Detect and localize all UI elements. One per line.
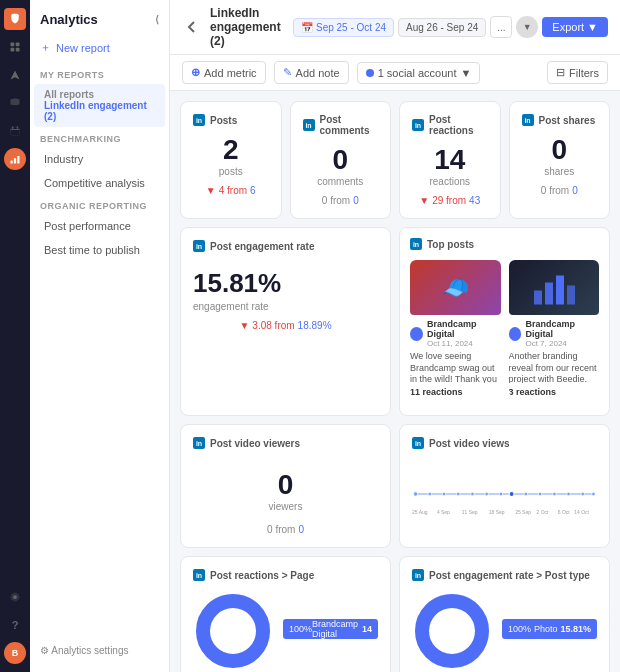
svg-text:18 Sep: 18 Sep — [489, 509, 505, 515]
engagement-rate-from-link[interactable]: 18.89% — [298, 320, 332, 331]
nav-user-avatar[interactable]: B — [4, 642, 26, 664]
video-viewers-value: 0 — [193, 471, 378, 499]
donut-1-content: 100% Brandcamp Digital 14 — [193, 591, 378, 671]
post-1-thumbnail: 🧢 — [410, 260, 501, 315]
posts-value: 2 — [193, 136, 269, 164]
svg-rect-3 — [16, 48, 20, 52]
top-post-2[interactable]: Brandcamp Digital Oct 7, 2024 Another br… — [509, 260, 600, 397]
note-icon: ✎ — [283, 66, 292, 79]
sidebar-item-competitive[interactable]: Competitive analysis — [34, 172, 165, 194]
top-bar: LinkedIn engagement (2) 📅 Sep 25 - Oct 2… — [170, 0, 620, 55]
video-viewers-from-link[interactable]: 0 — [298, 524, 304, 535]
svg-text:25 Aug: 25 Aug — [412, 509, 428, 515]
post-1-author-name: Brandcamp Digital — [427, 319, 501, 339]
top-post-1[interactable]: 🧢 Brandcamp Digital Oct 11, 2024 We love… — [410, 260, 501, 397]
post-shares-delta: 0 from 0 — [522, 185, 598, 196]
sidebar-new-report-btn[interactable]: ＋ New report — [30, 35, 169, 60]
sidebar-collapse-btn[interactable]: ⟨ — [155, 14, 159, 25]
post-reactions-from-link[interactable]: 43 — [469, 195, 480, 206]
donut-charts-grid: in Post reactions > Page 100% Brandcamp … — [180, 556, 610, 672]
posts-metric-card: in Posts 2 posts ▼ 4 from 6 — [180, 101, 282, 219]
post-shares-from-link[interactable]: 0 — [572, 185, 578, 196]
post-1-text: We love seeing Brandcamp swag out in the… — [410, 351, 501, 383]
video-views-card: in Post video views 25 Aug 4 Sep 11 Sep … — [399, 424, 610, 548]
nav-analytics-icon[interactable] — [4, 148, 26, 170]
svg-point-30 — [485, 492, 489, 496]
date-range-compare[interactable]: Aug 26 - Sep 24 — [398, 18, 486, 37]
engagement-rate-unit: engagement rate — [193, 301, 378, 312]
svg-point-28 — [456, 492, 460, 496]
video-viewers-title: Post video viewers — [210, 438, 300, 449]
nav-settings-icon[interactable] — [4, 586, 26, 608]
social-account-button[interactable]: 1 social account ▼ — [357, 62, 481, 84]
sidebar-item-best-time[interactable]: Best time to publish — [34, 239, 165, 261]
sidebar-item-post-performance[interactable]: Post performance — [34, 215, 165, 237]
post-comments-unit: comments — [303, 176, 379, 187]
svg-rect-0 — [11, 43, 15, 47]
nav-help-icon[interactable]: ? — [4, 614, 26, 636]
svg-point-36 — [567, 492, 571, 496]
nav-publish-icon[interactable] — [4, 64, 26, 86]
nav-calendar-icon[interactable] — [4, 120, 26, 142]
post-reactions-unit: reactions — [412, 176, 488, 187]
post-shares-metric-card: in Post shares 0 shares 0 from 0 — [509, 101, 611, 219]
linkedin-icon-reactions: in — [412, 119, 424, 131]
topbar-more-button[interactable]: ... — [490, 16, 512, 38]
post-comments-from-link[interactable]: 0 — [353, 195, 359, 206]
report-name-label: LinkedIn engagement (2) — [44, 100, 155, 122]
date-range-primary[interactable]: 📅 Sep 25 - Oct 24 — [293, 18, 394, 37]
post-comments-metric-card: in Post comments 0 comments 0 from 0 — [290, 101, 392, 219]
engagement-rate-value: 15.81% — [193, 268, 378, 299]
posts-from-link[interactable]: 6 — [250, 185, 256, 196]
dashboard-content: in Posts 2 posts ▼ 4 from 6 in Post comm… — [170, 91, 620, 672]
engagement-rate-title: Post engagement rate — [210, 241, 314, 252]
post-1-avatar — [410, 327, 423, 341]
nav-dashboard-icon[interactable] — [4, 36, 26, 58]
svg-rect-13 — [545, 282, 553, 304]
sidebar-item-all-reports[interactable]: All reports LinkedIn engagement (2) — [34, 84, 165, 127]
donut-1-legend-bar: 100% Brandcamp Digital 14 — [283, 619, 378, 639]
donut-1-label: Brandcamp Digital — [312, 619, 362, 639]
svg-point-34 — [538, 492, 542, 496]
down-arrow-reactions: ▼ — [419, 195, 429, 206]
report-title: LinkedIn engagement (2) — [210, 6, 285, 48]
post-comments-title: Post comments — [320, 114, 379, 136]
down-arrow-engagement: ▼ — [239, 320, 249, 331]
left-nav: ? B — [0, 0, 30, 672]
svg-text:6 Oct: 6 Oct — [558, 509, 570, 515]
nav-engage-icon[interactable] — [4, 92, 26, 114]
svg-rect-1 — [16, 43, 20, 47]
post-engagement-type-title: Post engagement rate > Post type — [429, 570, 590, 581]
date-range-selector: 📅 Sep 25 - Oct 24 Aug 26 - Sep 24 ... ▼ … — [293, 16, 608, 38]
engagement-rate-card: in Post engagement rate 15.81% engagemen… — [180, 227, 391, 416]
donut-1-legend: 100% Brandcamp Digital 14 — [283, 619, 378, 643]
linkedin-icon-posts: in — [193, 114, 205, 126]
nav-logo[interactable] — [4, 8, 26, 30]
svg-text:4 Sep: 4 Sep — [437, 509, 450, 515]
back-button[interactable] — [182, 17, 202, 37]
add-metric-button[interactable]: ⊕ Add metric — [182, 61, 266, 84]
svg-text:2 Oct: 2 Oct — [537, 509, 549, 515]
organic-reporting-section-title: ORGANIC REPORTING — [30, 195, 169, 214]
post-2-text: Another branding reveal from our recent … — [509, 351, 600, 383]
topbar-avatar[interactable]: ▼ — [516, 16, 538, 38]
svg-rect-2 — [11, 48, 15, 52]
sidebar-item-industry[interactable]: Industry — [34, 148, 165, 170]
post-comments-delta: 0 from 0 — [303, 195, 379, 206]
svg-point-33 — [524, 492, 528, 496]
add-note-button[interactable]: ✎ Add note — [274, 61, 349, 84]
donut-2-legend: 100% Photo 15.81% — [502, 619, 597, 643]
post-1-date: Oct 11, 2024 — [427, 339, 501, 348]
svg-rect-14 — [556, 275, 564, 304]
calendar-icon-sm: 📅 — [301, 22, 313, 33]
svg-rect-12 — [534, 290, 542, 304]
filters-button[interactable]: ⊟ Filters — [547, 61, 608, 84]
post-reactions-page-title: Post reactions > Page — [210, 570, 314, 581]
down-arrow-icon: ▼ — [206, 185, 216, 196]
new-report-label: New report — [56, 42, 110, 54]
export-button[interactable]: Export ▼ — [542, 17, 608, 37]
post-2-author: Brandcamp Digital Oct 7, 2024 — [509, 319, 600, 348]
svg-point-42 — [422, 601, 482, 661]
analytics-settings-link[interactable]: ⚙ Analytics settings — [30, 637, 169, 664]
gear-icon: ⚙ — [40, 645, 49, 656]
